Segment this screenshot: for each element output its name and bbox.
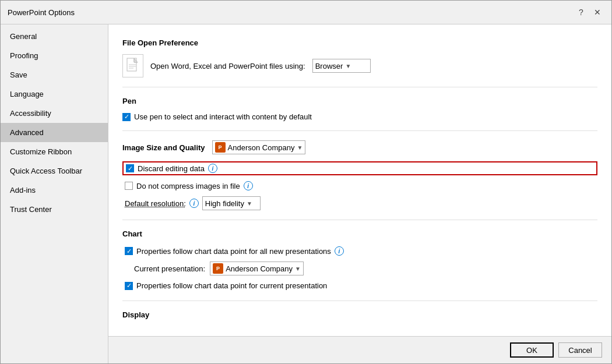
ok-button[interactable]: OK	[510, 342, 554, 358]
pen-title: Pen	[122, 97, 597, 105]
help-button[interactable]: ?	[574, 5, 588, 19]
follow-chart-row: Properties follow chart data point for a…	[122, 245, 597, 257]
sidebar-item-add-ins[interactable]: Add-ins	[1, 181, 108, 200]
follow-current-row: Properties follow chart data point for c…	[122, 280, 597, 291]
sidebar-item-proofing[interactable]: Proofing	[1, 46, 108, 65]
use-pen-label: Use pen to select and interact with cont…	[134, 112, 312, 121]
sidebar-item-quick-access[interactable]: Quick Access Toolbar	[1, 161, 108, 181]
display-title: Display	[122, 310, 597, 319]
chart-company-dropdown-arrow: ▼	[295, 266, 301, 272]
powerpoint-options-dialog: PowerPoint Options ? ✕ General Proofing …	[0, 0, 612, 364]
image-quality-row: Image Size and Quality P Anderson Compan…	[122, 140, 597, 154]
file-document-icon	[122, 54, 143, 77]
discard-editing-row: Discard editing data i	[122, 161, 597, 175]
sidebar-item-save[interactable]: Save	[1, 65, 108, 84]
divider-3	[122, 220, 597, 220]
sidebar: General Proofing Save Language Accessibi…	[1, 24, 108, 363]
current-pres-row: Current presentation: P Anderson Company…	[134, 261, 597, 275]
browser-dropdown-arrow: ▼	[345, 63, 351, 69]
footer-bar: OK Cancel	[108, 336, 611, 363]
follow-chart-label: Properties follow chart data point for a…	[136, 247, 331, 256]
close-button[interactable]: ✕	[590, 5, 604, 19]
chart-company-dropdown[interactable]: P Anderson Company ▼	[210, 261, 304, 275]
title-bar-controls: ? ✕	[574, 5, 604, 19]
title-bar: PowerPoint Options ? ✕	[1, 1, 611, 24]
image-company-dropdown-arrow: ▼	[297, 144, 303, 151]
dialog-title: PowerPoint Options	[8, 8, 75, 17]
cancel-button[interactable]: Cancel	[558, 342, 602, 358]
resolution-row: Default resolution: i High fidelity ▼	[122, 196, 597, 210]
resolution-dropdown[interactable]: High fidelity ▼	[202, 196, 261, 210]
sidebar-item-language[interactable]: Language	[1, 84, 108, 104]
file-open-section: File Open Preference	[122, 38, 597, 77]
image-company-dropdown[interactable]: P Anderson Company ▼	[212, 140, 306, 154]
file-open-title: File Open Preference	[122, 38, 597, 47]
display-section: Display	[122, 310, 597, 319]
chart-title: Chart	[122, 229, 597, 238]
sidebar-item-trust-center[interactable]: Trust Center	[1, 200, 108, 219]
use-pen-checkbox[interactable]	[122, 113, 131, 121]
use-pen-row: Use pen to select and interact with cont…	[122, 112, 597, 121]
image-size-section: Image Size and Quality P Anderson Compan…	[122, 140, 597, 210]
browser-dropdown[interactable]: Browser ▼	[312, 59, 371, 73]
resolution-dropdown-arrow: ▼	[247, 200, 252, 207]
title-bar-left: PowerPoint Options	[8, 8, 75, 17]
follow-current-checkbox[interactable]	[125, 282, 133, 290]
image-quality-title: Image Size and Quality	[122, 143, 205, 152]
sidebar-item-general[interactable]: General	[1, 27, 108, 46]
content-area: General Proofing Save Language Accessibi…	[1, 24, 611, 363]
scrollable-area[interactable]: File Open Preference	[108, 24, 611, 336]
follow-chart-info-icon[interactable]: i	[335, 246, 344, 256]
pen-section: Pen Use pen to select and interact with …	[122, 97, 597, 121]
resolution-info-icon[interactable]: i	[189, 199, 199, 208]
file-open-row: Open Word, Excel and PowerPoint files us…	[122, 54, 597, 77]
divider-1	[122, 87, 597, 87]
follow-chart-checkbox[interactable]	[125, 247, 133, 255]
sidebar-item-customize-ribbon[interactable]: Customize Ribbon	[1, 142, 108, 161]
resolution-label: Default resolution:	[125, 199, 186, 208]
discard-editing-label: Discard editing data	[138, 164, 205, 173]
no-compress-row: Do not compress images in file i	[122, 180, 597, 192]
discard-editing-checkbox[interactable]	[126, 164, 134, 172]
no-compress-checkbox[interactable]	[125, 182, 133, 190]
current-pres-label: Current presentation:	[134, 264, 205, 273]
sidebar-item-accessibility[interactable]: Accessibility	[1, 104, 108, 123]
no-compress-info-icon[interactable]: i	[244, 181, 253, 190]
chart-section: Chart Properties follow chart data point…	[122, 229, 597, 291]
ppt-badge-icon: P	[215, 142, 226, 153]
sidebar-item-advanced[interactable]: Advanced	[1, 123, 108, 142]
file-open-label: Open Word, Excel and PowerPoint files us…	[150, 62, 305, 70]
follow-current-label: Properties follow chart data point for c…	[136, 281, 327, 290]
no-compress-label: Do not compress images in file	[136, 182, 240, 190]
ppt-badge-icon-2: P	[213, 263, 223, 274]
divider-4	[122, 301, 597, 301]
discard-info-icon[interactable]: i	[208, 164, 217, 173]
divider-2	[122, 130, 597, 131]
main-content: File Open Preference	[108, 24, 611, 363]
